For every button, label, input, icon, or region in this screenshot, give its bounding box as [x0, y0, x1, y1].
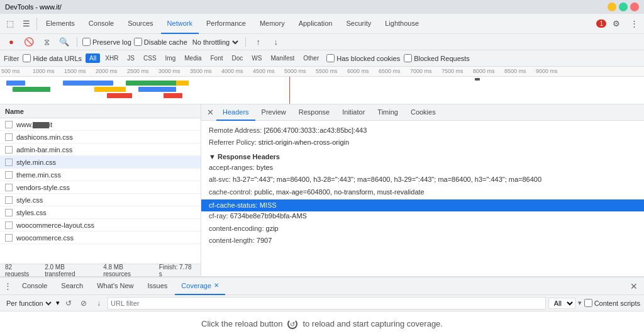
clear-button[interactable]: 🚫: [21, 35, 36, 50]
tab-timing[interactable]: Timing: [371, 104, 404, 121]
throttling-select[interactable]: No throttling: [190, 38, 240, 47]
tab-console[interactable]: Console: [82, 14, 120, 34]
tab-preview[interactable]: Preview: [255, 104, 292, 121]
timeline[interactable]: 500 ms 1000 ms 1500 ms 2000 ms 2500 ms 3…: [0, 67, 644, 104]
drawer-close-button[interactable]: ✕: [628, 280, 640, 293]
tab-cookies[interactable]: Cookies: [404, 104, 442, 121]
drawer-tab-issues[interactable]: Issues: [142, 277, 174, 295]
remote-address-label: Remote Address:: [209, 126, 262, 134]
tab-memory[interactable]: Memory: [253, 14, 291, 34]
disable-cache-check[interactable]: Disable cache: [134, 38, 187, 46]
referrer-policy-row: Referrer Policy: strict-origin-when-cros…: [209, 138, 636, 147]
toolbar-sep-2: [245, 37, 246, 47]
drawer-tab-search[interactable]: Search: [55, 277, 89, 295]
export-coverage-button[interactable]: ↓: [92, 297, 105, 310]
drawer-tab-whats-new[interactable]: What's New: [91, 277, 140, 295]
tab-application[interactable]: Application: [292, 14, 339, 34]
timeline-bar: [13, 87, 50, 92]
file-name: style.min.css: [16, 159, 56, 166]
inspect-element-button[interactable]: ⬚: [3, 16, 18, 31]
list-item[interactable]: vendors-style.css: [0, 181, 201, 194]
tick-6500: 6500 ms: [379, 68, 401, 74]
close-button[interactable]: [630, 3, 639, 11]
more-tools-button[interactable]: ⋮: [626, 16, 641, 31]
tab-headers[interactable]: Headers: [216, 104, 255, 121]
list-item[interactable]: woocommerce.css: [0, 232, 201, 244]
tab-performance[interactable]: Performance: [200, 14, 252, 34]
close-panel-button[interactable]: ✕: [204, 106, 216, 119]
export-button[interactable]: ↓: [269, 35, 284, 50]
header-val: gzip: [266, 225, 279, 232]
filter-font[interactable]: Font: [207, 53, 227, 63]
blocked-cookies-check[interactable]: Has blocked cookies: [326, 54, 400, 62]
filter-manifest[interactable]: Manifest: [267, 53, 298, 63]
tab-network[interactable]: Network: [161, 14, 199, 34]
header-key: content-length:: [209, 237, 255, 244]
url-filter-input[interactable]: [108, 297, 546, 310]
filter-media[interactable]: Media: [180, 53, 205, 63]
tab-security[interactable]: Security: [340, 14, 377, 34]
file-icon: [5, 146, 13, 154]
header-cf-ray: cf-ray: 6734be8e7b9b4bfa-AMS: [209, 211, 636, 221]
tab-response[interactable]: Response: [292, 104, 336, 121]
blocked-requests-check[interactable]: Blocked Requests: [404, 54, 470, 62]
tick-3500: 3500 ms: [190, 68, 212, 74]
list-item-selected[interactable]: style.min.css: [0, 156, 201, 169]
window-controls[interactable]: [608, 3, 639, 11]
header-val: public, max-age=604800, no-transform, mu…: [254, 188, 425, 196]
tab-initiator[interactable]: Initiator: [336, 104, 371, 121]
header-val: MISS: [260, 201, 277, 209]
coverage-close-icon[interactable]: ✕: [214, 282, 219, 289]
filter-img[interactable]: Img: [162, 53, 180, 63]
all-select[interactable]: All: [548, 298, 575, 309]
drawer-body: Click the reload button ↺ to reload and …: [0, 311, 644, 336]
filter-all[interactable]: All: [86, 53, 100, 63]
drawer-menu-icon[interactable]: ⋮: [4, 281, 12, 291]
tab-elements[interactable]: Elements: [40, 14, 81, 34]
clear-coverage-button[interactable]: ⊘: [77, 297, 90, 310]
file-name: dashicons.min.css: [16, 133, 73, 141]
record-button[interactable]: ●: [4, 35, 19, 50]
list-item[interactable]: theme.min.css: [0, 169, 201, 181]
file-icon: [5, 209, 13, 216]
preserve-log-check[interactable]: Preserve log: [82, 38, 131, 46]
transferred-size: 2.0 MB transferred: [45, 264, 96, 277]
filter-css[interactable]: CSS: [140, 53, 160, 63]
filter-ws[interactable]: WS: [248, 53, 265, 63]
header-key: alt-svc:: [209, 176, 231, 183]
tab-lighthouse[interactable]: Lighthouse: [379, 14, 425, 34]
hide-data-urls-check[interactable]: Hide data URLs: [23, 54, 82, 62]
filter-toggle-button[interactable]: ⧖: [39, 35, 54, 50]
reload-coverage-button[interactable]: ↺: [62, 297, 75, 310]
tick-2000: 2000 ms: [96, 68, 118, 74]
file-list-pane: Name www.████it dashicons.min.css admin-…: [0, 104, 201, 276]
device-toolbar-button[interactable]: ☰: [19, 16, 34, 31]
list-item[interactable]: www.████it: [0, 118, 201, 131]
devtools-nav: ⬚ ☰ Elements Console Sources Network Per…: [0, 14, 644, 34]
list-item[interactable]: dashicons.min.css: [0, 131, 201, 143]
per-function-select[interactable]: Per function: [4, 299, 53, 308]
title-bar-left: DevTools - www.it/: [5, 3, 62, 11]
import-button[interactable]: ↑: [251, 35, 266, 50]
list-item[interactable]: styles.css: [0, 206, 201, 219]
filter-doc[interactable]: Doc: [228, 53, 247, 63]
filter-xhr[interactable]: XHR: [101, 53, 122, 63]
response-headers-title: ▼ Response Headers: [209, 153, 636, 160]
filter-other[interactable]: Other: [299, 53, 323, 63]
drawer-tab-console[interactable]: Console: [16, 277, 53, 295]
file-name: theme.min.css: [16, 171, 61, 179]
list-item[interactable]: admin-bar.min.css: [0, 143, 201, 156]
search-button[interactable]: 🔍: [57, 35, 72, 50]
minimize-button[interactable]: [608, 3, 616, 11]
list-item[interactable]: woocommerce-layout.css: [0, 219, 201, 232]
content-scripts-check[interactable]: Content scripts: [584, 299, 640, 307]
drawer-tab-coverage[interactable]: Coverage ✕: [175, 277, 225, 295]
tab-sources[interactable]: Sources: [121, 14, 159, 34]
list-item[interactable]: style.css: [0, 194, 201, 206]
maximize-button[interactable]: [619, 3, 628, 11]
header-val: bytes: [257, 164, 273, 171]
timeline-bar: [107, 93, 132, 98]
settings-button[interactable]: ⚙: [609, 16, 624, 31]
filter-js[interactable]: JS: [123, 53, 138, 63]
header-key: accept-ranges:: [209, 164, 255, 171]
